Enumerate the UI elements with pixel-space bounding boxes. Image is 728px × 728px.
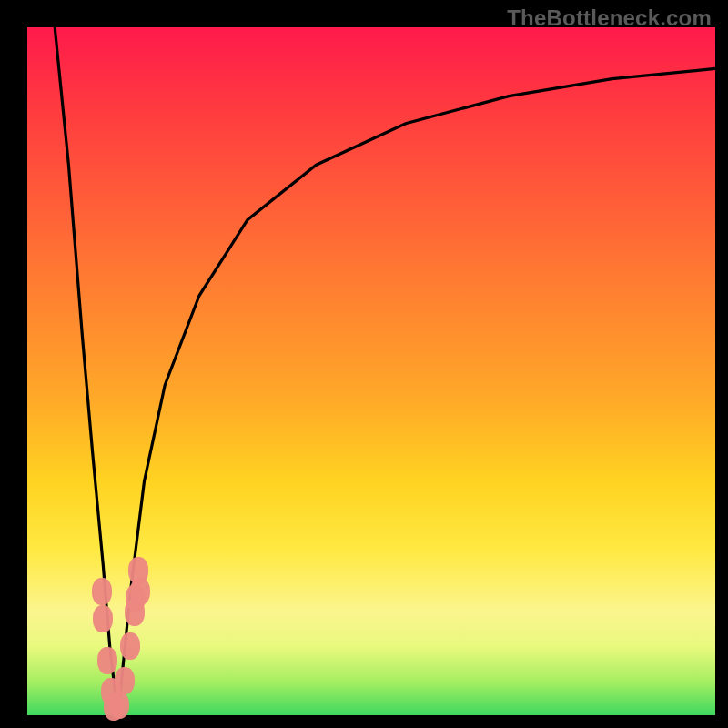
- chart-marker: [92, 578, 112, 605]
- chart-marker: [109, 692, 129, 719]
- chart-marker: [97, 647, 117, 674]
- chart-marker: [115, 667, 135, 694]
- chart-marker: [120, 632, 140, 660]
- chart-plot-area: [27, 27, 715, 715]
- chart-marker: [130, 578, 150, 605]
- curve-right-branch: [118, 68, 715, 715]
- chart-marker: [93, 605, 113, 632]
- chart-stage: TheBottleneck.com: [0, 0, 728, 728]
